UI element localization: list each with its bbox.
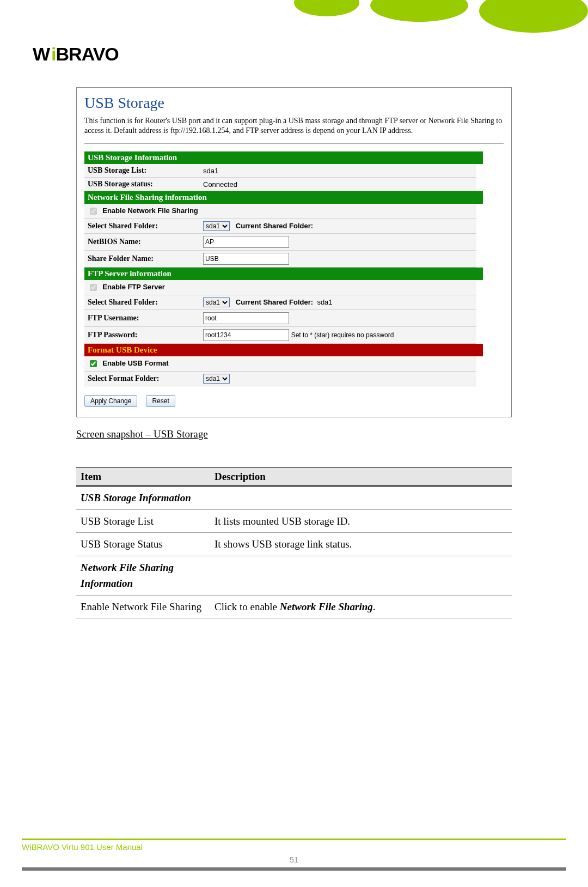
ftp-pass-input[interactable] (203, 329, 289, 341)
ftp-pass-note: Set to * (star) requires no password (291, 331, 394, 339)
screenshot-caption: Screen snapshot – USB Storage (76, 428, 512, 440)
usb-status-value: Connected (200, 178, 476, 191)
share-name-input[interactable] (203, 253, 289, 265)
logo-text-2: BRAVO (56, 44, 119, 64)
ftp-current-folder-label: Current Shared Folder: (236, 298, 313, 306)
ftp-user-input[interactable] (203, 312, 289, 324)
header-decoration (283, 0, 588, 27)
header-item: Item (76, 468, 210, 487)
ftp-select-folder[interactable]: sda1 (203, 297, 230, 307)
row-usb-info: USB Storage Information (81, 492, 191, 503)
section-usb-info: USB Storage Information (84, 151, 483, 164)
row-enable-nfs: Enable Network File Sharing (76, 595, 210, 618)
enable-ftp-checkbox[interactable] (90, 284, 97, 291)
nfs-select-folder-label: Select Shared Folder: (84, 219, 200, 234)
nfs-current-folder-label: Current Shared Folder: (236, 222, 313, 230)
ftp-select-folder-label: Select Shared Folder: (84, 295, 200, 310)
header-description: Description (210, 468, 512, 487)
reset-button[interactable]: Reset (146, 395, 175, 407)
enable-format-label: Enable USB Format (102, 359, 168, 367)
section-format: Format USB Device (84, 344, 483, 356)
row-usb-status-desc: It shows USB storage link status. (210, 533, 512, 556)
enable-ftp-label: Enable FTP Server (102, 283, 165, 291)
apply-change-button[interactable]: Apply Change (84, 395, 137, 407)
ftp-current-folder-value: sda1 (317, 298, 332, 306)
row-enable-nfs-desc: Click to enable Network File Sharing. (210, 595, 512, 618)
footer-manual-name: WiBRAVO Virtu 901 User Manual (22, 842, 566, 852)
ftp-pass-label: FTP Password: (84, 327, 200, 344)
row-nfs-info: Network File Sharing Information (81, 562, 174, 589)
footer-page-number: 51 (22, 855, 566, 864)
share-name-label: Share Folder Name: (84, 251, 200, 268)
screenshot-intro: This function is for Router's USB port a… (84, 116, 504, 136)
netbios-input[interactable] (203, 236, 289, 248)
format-select-folder[interactable]: sda1 (203, 374, 230, 384)
netbios-label: NetBIOS Name: (84, 234, 200, 251)
enable-format-checkbox[interactable] (90, 360, 97, 367)
divider (84, 143, 504, 144)
screenshot-title: USB Storage (84, 94, 504, 112)
wibravo-logo: WiBRAVO (33, 44, 119, 65)
ftp-user-label: FTP Username: (84, 310, 200, 327)
enable-nfs-checkbox[interactable] (90, 208, 97, 215)
usb-status-label: USB Storage status: (84, 178, 200, 191)
usb-list-label: USB Storage List: (84, 164, 200, 178)
section-ftp: FTP Server information (84, 268, 483, 280)
page-footer: WiBRAVO Virtu 901 User Manual 51 (22, 839, 566, 871)
description-table: Item Description USB Storage Information… (76, 467, 512, 618)
enable-nfs-label: Enable Network File Sharing (102, 206, 198, 215)
usb-storage-screenshot: USB Storage This function is for Router'… (76, 87, 512, 417)
logo-text: W (33, 44, 51, 64)
format-select-label: Select Format Folder: (84, 372, 200, 386)
nfs-select-folder[interactable]: sda1 (203, 221, 230, 231)
section-nfs: Network File Sharing information (84, 191, 483, 204)
row-usb-status: USB Storage Status (76, 533, 210, 556)
logo-dot: i (51, 44, 56, 64)
row-usb-list: USB Storage List (76, 509, 210, 532)
usb-list-value: sda1 (200, 164, 476, 178)
row-usb-list-desc: It lists mounted USB storage ID. (210, 509, 512, 532)
